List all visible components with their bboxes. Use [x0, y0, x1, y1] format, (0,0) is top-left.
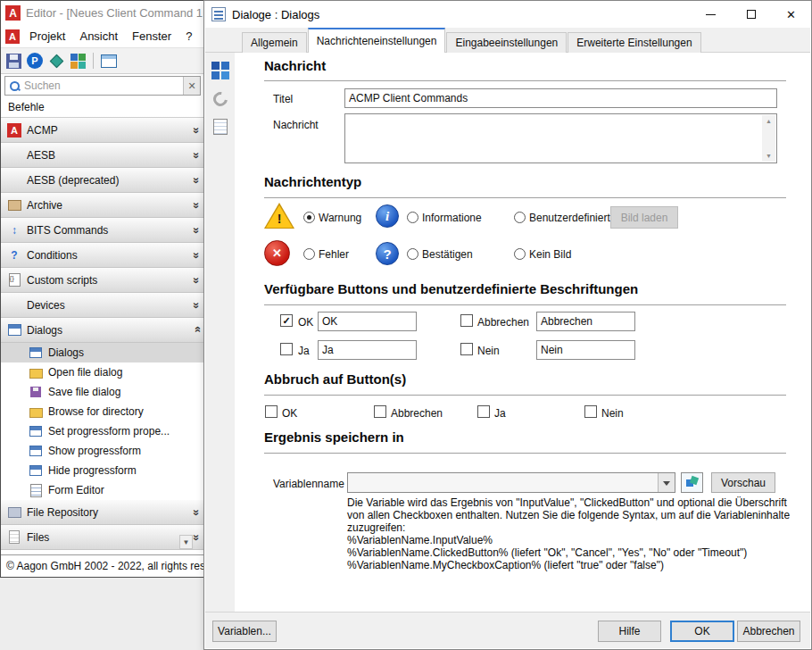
- insert-variable-button[interactable]: [681, 472, 703, 493]
- tree-item-show-progressform[interactable]: Show progressform: [1, 441, 204, 461]
- tree-group-conditions[interactable]: ? Conditions »: [1, 243, 204, 268]
- variablen-button[interactable]: Variablen...: [212, 621, 277, 642]
- expand-chevron-icon[interactable]: »: [189, 152, 203, 157]
- expand-chevron-icon[interactable]: »: [189, 227, 203, 232]
- nein-caption-input[interactable]: [536, 340, 635, 360]
- abort-checkbox-nein[interactable]: [584, 405, 597, 418]
- textarea-scrollbar[interactable]: ▲ ▼: [762, 115, 775, 162]
- abort-ok-label[interactable]: OK: [282, 407, 297, 420]
- window-grid-icon[interactable]: [70, 54, 86, 69]
- refresh-icon[interactable]: [210, 89, 229, 109]
- expand-chevron-icon[interactable]: »: [189, 127, 203, 132]
- radio-information-label[interactable]: Informatione: [422, 212, 482, 224]
- checkbox-abbrechen-label[interactable]: Abbrechen: [477, 316, 529, 329]
- tab-allgemein[interactable]: Allgemein: [242, 32, 307, 53]
- scroll-down-icon[interactable]: ▼: [766, 153, 772, 159]
- checkbox-nein-label[interactable]: Nein: [477, 345, 500, 357]
- radio-warnung[interactable]: [303, 212, 315, 223]
- package-icon[interactable]: [50, 54, 64, 68]
- tree-item-form-editor[interactable]: Form Editor: [1, 480, 204, 500]
- acmp-app-icon[interactable]: A: [5, 29, 20, 44]
- abort-nein-label[interactable]: Nein: [601, 407, 624, 420]
- minimize-button[interactable]: [691, 1, 731, 28]
- radio-kein-bild[interactable]: [514, 248, 526, 260]
- abort-checkbox-abbrechen[interactable]: [374, 405, 386, 418]
- abort-checkbox-ok[interactable]: [265, 405, 278, 418]
- tree-group-devices[interactable]: Devices »: [1, 293, 204, 318]
- radio-bestaetigen[interactable]: [407, 248, 418, 260]
- tree-group-aesb-deprecated[interactable]: AESB (deprecated) »: [1, 168, 204, 193]
- checkbox-ok-label[interactable]: OK: [298, 316, 313, 329]
- menu-fenster[interactable]: Fenster: [125, 27, 178, 46]
- tab-eingabeeinstellungen[interactable]: Eingabeeinstellungen: [446, 32, 567, 53]
- radio-benutzerdefiniert-label[interactable]: Benutzerdefiniert: [529, 212, 610, 224]
- tree-item-open-file-dialog[interactable]: Open file dialog: [1, 362, 204, 382]
- menu-ansicht[interactable]: Ansicht: [72, 27, 125, 46]
- tab-nachrichteneinstellungen[interactable]: Nachrichteneinstellungen: [308, 28, 446, 53]
- tree-group-files[interactable]: Files »: [1, 525, 204, 550]
- checkbox-abbrechen[interactable]: [460, 314, 473, 327]
- nachricht-textarea[interactable]: ▲ ▼: [344, 113, 777, 163]
- radio-warnung-label[interactable]: Warnung: [319, 212, 361, 224]
- abort-checkbox-ja[interactable]: [477, 405, 490, 418]
- variablenname-combo[interactable]: [347, 472, 675, 493]
- expand-chevron-icon[interactable]: »: [189, 252, 203, 257]
- tree-group-acmp[interactable]: A ACMP »: [1, 118, 204, 143]
- bild-laden-button[interactable]: Bild laden: [610, 206, 678, 229]
- radio-fehler[interactable]: [303, 248, 315, 260]
- titel-input[interactable]: [344, 88, 777, 108]
- tree-group-custom-scripts[interactable]: {} Custom scripts »: [1, 268, 204, 293]
- table-icon[interactable]: [101, 54, 117, 68]
- tree-group-aesb[interactable]: AESB »: [1, 143, 204, 168]
- abbrechen-button[interactable]: Abbrechen: [737, 621, 800, 642]
- combo-dropdown-icon[interactable]: [658, 473, 675, 492]
- expand-chevron-icon[interactable]: »: [189, 509, 203, 514]
- tree-group-dialogs[interactable]: Dialogs »: [1, 318, 204, 343]
- tab-erweiterte-einstellungen[interactable]: Erweiterte Einstellungen: [568, 32, 700, 53]
- publish-icon[interactable]: P: [27, 53, 43, 69]
- vorschau-button[interactable]: Vorschau: [711, 472, 775, 493]
- checkbox-ok[interactable]: [280, 314, 293, 327]
- checkbox-nein[interactable]: [460, 343, 473, 355]
- tree-group-bits-commands[interactable]: ↕ BITS Commands »: [1, 218, 204, 243]
- menu-projekt[interactable]: Projekt: [22, 27, 72, 46]
- radio-fehler-label[interactable]: Fehler: [319, 248, 349, 261]
- tree-item-browse-for-directory[interactable]: Browse for directory: [1, 402, 204, 421]
- menu-help[interactable]: ?: [178, 27, 199, 46]
- tree-item-dialogs[interactable]: Dialogs: [1, 343, 204, 362]
- clear-search-icon[interactable]: ✕: [183, 77, 200, 95]
- grid-view-icon[interactable]: [211, 62, 229, 79]
- ja-caption-input[interactable]: [318, 340, 417, 360]
- collapse-chevron-icon[interactable]: »: [189, 327, 203, 332]
- abbrechen-caption-input[interactable]: [536, 312, 635, 331]
- expand-chevron-icon[interactable]: »: [189, 302, 203, 307]
- abort-abbrechen-label[interactable]: Abbrechen: [391, 407, 443, 420]
- hilfe-button[interactable]: Hilfe: [598, 621, 661, 642]
- checkbox-ja[interactable]: [280, 343, 293, 355]
- tree-item-hide-progressform[interactable]: Hide progressform: [1, 461, 204, 480]
- tree-group-archive[interactable]: Archive »: [1, 193, 204, 218]
- expand-chevron-icon[interactable]: »: [189, 277, 203, 282]
- radio-bestaetigen-label[interactable]: Bestätigen: [422, 248, 473, 261]
- close-button[interactable]: ✕: [771, 1, 811, 28]
- abort-ja-label[interactable]: Ja: [494, 407, 506, 420]
- expand-chevron-icon[interactable]: »: [189, 177, 203, 182]
- radio-kein-bild-label[interactable]: Kein Bild: [529, 248, 571, 261]
- radio-benutzerdefiniert[interactable]: [514, 212, 526, 223]
- scroll-up-icon[interactable]: ▲: [766, 118, 772, 124]
- tree-group-file-repository[interactable]: File Repository »: [1, 500, 204, 525]
- form-view-icon[interactable]: [213, 119, 228, 135]
- save-icon[interactable]: [6, 54, 21, 69]
- dialog-titlebar[interactable]: Dialoge : Dialogs ✕: [204, 1, 811, 28]
- ok-caption-input[interactable]: [318, 312, 417, 331]
- expand-chevron-icon[interactable]: »: [189, 202, 203, 207]
- tree-item-save-file-dialog[interactable]: Save file dialog: [1, 382, 204, 402]
- search-input[interactable]: [24, 79, 183, 92]
- radio-information[interactable]: [407, 212, 418, 223]
- tree-item-set-progressform[interactable]: Set progressform prope...: [1, 421, 204, 441]
- editor-titlebar[interactable]: A Editor - [Neues Client Command 1 (W: [1, 1, 204, 25]
- ok-button[interactable]: OK: [670, 621, 734, 642]
- tree-scroll-down-button[interactable]: ▼: [179, 535, 193, 549]
- maximize-button[interactable]: [731, 1, 771, 28]
- checkbox-ja-label[interactable]: Ja: [298, 345, 310, 357]
